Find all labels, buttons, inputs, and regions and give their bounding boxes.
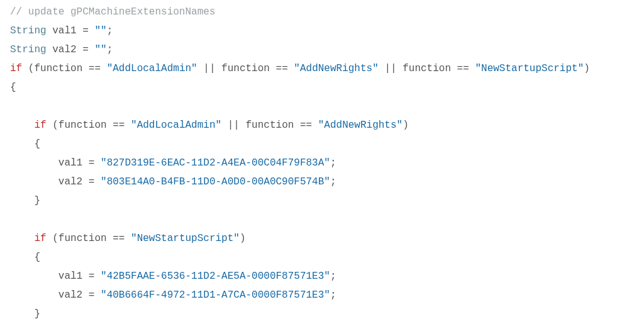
rbrace: }: [34, 308, 40, 320]
var-function: function: [34, 63, 82, 74]
rparen: ): [584, 63, 590, 74]
assign-op: =: [82, 25, 89, 36]
if-keyword: if: [34, 233, 46, 244]
eqeq-op: ==: [457, 63, 469, 74]
lbrace: {: [10, 82, 16, 93]
eqeq-op: ==: [300, 120, 312, 131]
rparen: ): [402, 120, 409, 131]
var-function: function: [246, 120, 294, 131]
semicolon: ;: [107, 25, 113, 36]
if-keyword: if: [34, 120, 46, 131]
lbrace: {: [34, 138, 40, 150]
var-name: val1: [58, 271, 82, 282]
var-name: val2: [58, 176, 82, 188]
var-function: function: [58, 120, 107, 131]
string-literal: "42B5FAAE-6536-11D2-AE5A-0000F87571E3": [101, 271, 330, 282]
lparen: (: [52, 120, 58, 131]
type-keyword: String: [10, 25, 47, 36]
eqeq-op: ==: [113, 233, 125, 244]
var-function: function: [58, 233, 107, 244]
type-keyword: String: [10, 44, 47, 55]
string-literal: "AddLocalAdmin": [107, 63, 197, 74]
semicolon: ;: [330, 176, 336, 188]
string-literal: "827D319E-6EAC-11D2-A4EA-00C04F79F83A": [101, 157, 330, 169]
string-literal: "803E14A0-B4FB-11D0-A0D0-00A0C90F574B": [101, 176, 330, 188]
assign-op: =: [89, 289, 95, 301]
string-literal: "40B6664F-4972-11D1-A7CA-0000F87571E3": [101, 289, 330, 301]
var-name: val2: [52, 44, 76, 55]
assign-op: =: [89, 157, 95, 169]
string-literal: "NewStartupScript": [475, 63, 584, 74]
or-op: ||: [384, 63, 396, 74]
semicolon: ;: [330, 157, 336, 169]
rparen: ): [240, 233, 246, 244]
string-literal: "AddNewRights": [294, 63, 378, 74]
string-literal: "AddLocalAdmin": [131, 120, 221, 131]
if-keyword: if: [10, 63, 22, 74]
comment-line: // update gPCMachineExtensionNames: [10, 6, 215, 18]
string-literal: "": [94, 44, 106, 55]
semicolon: ;: [330, 289, 336, 301]
eqeq-op: ==: [113, 120, 125, 131]
eqeq-op: ==: [89, 63, 101, 74]
code-block: // update gPCMachineExtensionNames Strin…: [0, 0, 644, 323]
rbrace: }: [34, 195, 40, 206]
or-op: ||: [228, 120, 240, 131]
lparen: (: [52, 233, 58, 244]
var-function: function: [402, 63, 451, 74]
semicolon: ;: [330, 271, 336, 282]
eqeq-op: ==: [276, 63, 288, 74]
var-name: val1: [58, 157, 82, 169]
lparen: (: [28, 63, 35, 74]
or-op: ||: [203, 63, 215, 74]
semicolon: ;: [107, 44, 113, 55]
var-name: val2: [58, 289, 82, 301]
var-function: function: [221, 63, 270, 74]
assign-op: =: [89, 271, 95, 282]
var-name: val1: [52, 25, 76, 36]
assign-op: =: [82, 44, 89, 55]
string-literal: "NewStartupScript": [131, 233, 240, 244]
string-literal: "AddNewRights": [318, 120, 402, 131]
string-literal: "": [94, 25, 106, 36]
lbrace: {: [34, 252, 40, 263]
assign-op: =: [89, 176, 95, 188]
